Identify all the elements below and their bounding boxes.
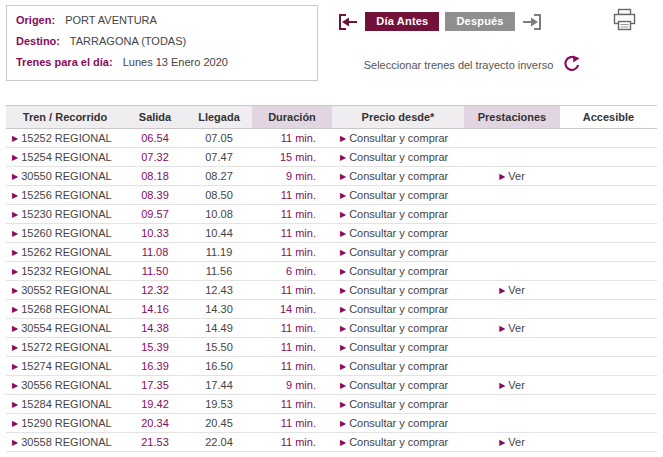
prestaciones-cell [464, 300, 560, 319]
departure-time: 20.34 [124, 414, 186, 433]
train-cell: ▶15268 REGIONAL [6, 300, 124, 319]
duration-value: 11 min. [252, 414, 332, 433]
duration-value: 11 min. [252, 395, 332, 414]
arrival-time: 22.46 [186, 452, 252, 457]
ver-link[interactable]: ▶Ver [499, 436, 525, 448]
destination-row: Destino: TARRAGONA (TODAS) [16, 35, 308, 47]
ver-link[interactable]: ▶Ver [499, 170, 525, 182]
table-row: ▶15284 REGIONAL 19.42 19.53 11 min. ▶Con… [6, 395, 657, 414]
printer-icon[interactable] [612, 8, 637, 33]
price-cell: ▶Consultar y comprar [332, 281, 464, 300]
col-header-llegada: Llegada [186, 106, 252, 129]
train-link[interactable]: 15290 REGIONAL [21, 417, 112, 429]
train-cell: ▶15230 REGIONAL [6, 205, 124, 224]
accesible-cell [560, 300, 657, 319]
train-link[interactable]: 15268 REGIONAL [21, 303, 112, 315]
train-cell: ▶30550 REGIONAL [6, 167, 124, 186]
table-row: ▶15260 REGIONAL 10.33 10.44 11 min. ▶Con… [6, 224, 657, 243]
chevron-right-icon: ▶ [340, 438, 346, 447]
consultar-comprar-link[interactable]: Consultar y comprar [349, 132, 448, 144]
train-link[interactable]: 15284 REGIONAL [21, 398, 112, 410]
dia-antes-button[interactable]: Día Antes [365, 12, 439, 31]
consultar-comprar-link[interactable]: Consultar y comprar [349, 189, 448, 201]
table-row: ▶15290 REGIONAL 20.34 20.45 11 min. ▶Con… [6, 414, 657, 433]
consultar-comprar-link[interactable]: Consultar y comprar [349, 246, 448, 258]
accesible-cell [560, 129, 657, 148]
train-cell: ▶15284 REGIONAL [6, 395, 124, 414]
train-link[interactable]: 15274 REGIONAL [21, 360, 112, 372]
reverse-route-label[interactable]: Seleccionar trenes del trayecto inverso [364, 59, 554, 71]
table-row: ▶15272 REGIONAL 15.39 15.50 11 min. ▶Con… [6, 338, 657, 357]
train-link[interactable]: 15256 REGIONAL [21, 189, 112, 201]
train-link[interactable]: 15232 REGIONAL [21, 265, 112, 277]
price-cell: ▶Consultar y comprar [332, 452, 464, 457]
despues-button[interactable]: Después [445, 12, 514, 31]
consultar-comprar-link[interactable]: Consultar y comprar [349, 436, 448, 448]
train-link[interactable]: 30550 REGIONAL [21, 170, 112, 182]
train-link[interactable]: 15272 REGIONAL [21, 341, 112, 353]
consultar-comprar-link[interactable]: Consultar y comprar [349, 360, 448, 372]
prestaciones-cell [464, 395, 560, 414]
price-cell: ▶Consultar y comprar [332, 186, 464, 205]
accesible-cell [560, 186, 657, 205]
accesible-cell [560, 319, 657, 338]
duration-value: 11 min. [252, 281, 332, 300]
price-cell: ▶Consultar y comprar [332, 243, 464, 262]
chevron-right-icon: ▶ [12, 438, 18, 447]
train-link[interactable]: 15262 REGIONAL [21, 246, 112, 258]
arrival-time: 20.45 [186, 414, 252, 433]
arrival-time: 19.53 [186, 395, 252, 414]
prestaciones-cell [464, 414, 560, 433]
chevron-right-icon: ▶ [12, 248, 18, 257]
departure-time: 11.08 [124, 243, 186, 262]
col-header-accesible: Accesible [560, 106, 657, 129]
train-link[interactable]: 15252 REGIONAL [21, 132, 112, 144]
duration-value: 11 min. [252, 205, 332, 224]
chevron-right-icon: ▶ [12, 134, 18, 143]
train-cell: ▶15296 REGIONAL [6, 452, 124, 457]
chevron-right-icon: ▶ [340, 172, 346, 181]
train-cell: ▶15260 REGIONAL [6, 224, 124, 243]
consultar-comprar-link[interactable]: Consultar y comprar [349, 208, 448, 220]
prestaciones-cell: ▶Ver [464, 319, 560, 338]
train-link[interactable]: 30554 REGIONAL [21, 322, 112, 334]
consultar-comprar-link[interactable]: Consultar y comprar [349, 341, 448, 353]
duration-value: 15 min. [252, 148, 332, 167]
arrow-right-bracket-icon[interactable] [521, 13, 543, 31]
train-cell: ▶30552 REGIONAL [6, 281, 124, 300]
train-link[interactable]: 15260 REGIONAL [21, 227, 112, 239]
train-link[interactable]: 30558 REGIONAL [21, 436, 112, 448]
circular-arrow-icon[interactable] [562, 55, 581, 74]
consultar-comprar-link[interactable]: Consultar y comprar [349, 170, 448, 182]
consultar-comprar-link[interactable]: Consultar y comprar [349, 379, 448, 391]
consultar-comprar-link[interactable]: Consultar y comprar [349, 417, 448, 429]
accesible-cell [560, 262, 657, 281]
train-link[interactable]: 30552 REGIONAL [21, 284, 112, 296]
duration-value: 14 min. [252, 300, 332, 319]
consultar-comprar-link[interactable]: Consultar y comprar [349, 303, 448, 315]
train-cell: ▶15272 REGIONAL [6, 338, 124, 357]
train-link[interactable]: 15254 REGIONAL [21, 151, 112, 163]
ver-link[interactable]: ▶Ver [499, 322, 525, 334]
consultar-comprar-link[interactable]: Consultar y comprar [349, 227, 448, 239]
arrow-left-bracket-icon[interactable] [337, 13, 359, 31]
ver-link[interactable]: ▶Ver [499, 284, 525, 296]
chevron-right-icon: ▶ [340, 400, 346, 409]
price-cell: ▶Consultar y comprar [332, 224, 464, 243]
departure-time: 19.42 [124, 395, 186, 414]
train-link[interactable]: 30556 REGIONAL [21, 379, 112, 391]
prestaciones-cell [464, 338, 560, 357]
accesible-cell [560, 338, 657, 357]
day-row: Trenes para el día: Lunes 13 Enero 2020 [16, 56, 308, 68]
consultar-comprar-link[interactable]: Consultar y comprar [349, 322, 448, 334]
table-row: ▶30550 REGIONAL 08.18 08.27 9 min. ▶Cons… [6, 167, 657, 186]
consultar-comprar-link[interactable]: Consultar y comprar [349, 265, 448, 277]
chevron-right-icon: ▶ [340, 191, 346, 200]
day-nav-row: Día Antes Después [318, 12, 562, 31]
consultar-comprar-link[interactable]: Consultar y comprar [349, 398, 448, 410]
train-link[interactable]: 15230 REGIONAL [21, 208, 112, 220]
consultar-comprar-link[interactable]: Consultar y comprar [349, 151, 448, 163]
consultar-comprar-link[interactable]: Consultar y comprar [349, 284, 448, 296]
ver-link[interactable]: ▶Ver [499, 379, 525, 391]
train-cell: ▶30558 REGIONAL [6, 433, 124, 452]
